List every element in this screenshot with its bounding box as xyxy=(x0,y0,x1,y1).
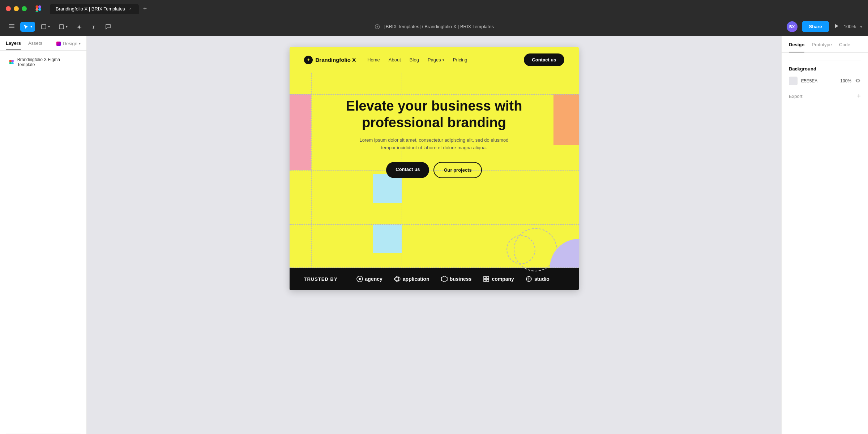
tab-title: Brandingfolio X | BRIX Templates xyxy=(56,6,125,12)
nav-about[interactable]: About xyxy=(389,57,401,63)
background-section-label: Background xyxy=(789,66,861,72)
menu-button[interactable] xyxy=(6,21,17,33)
tab-design[interactable]: Design xyxy=(789,42,804,52)
design-selector[interactable]: Design xyxy=(63,41,77,46)
tab-code[interactable]: Code xyxy=(839,42,850,52)
hero-contact-button[interactable]: Contact us xyxy=(386,162,429,178)
svg-point-20 xyxy=(394,277,400,281)
trusted-logo-company: company xyxy=(483,276,514,282)
figma-layer-icon xyxy=(9,59,14,65)
tab-layers[interactable]: Layers xyxy=(6,40,21,50)
design-caret: ▾ xyxy=(79,42,81,46)
svg-rect-15 xyxy=(12,60,14,62)
trusted-logo-studio: studio xyxy=(526,276,550,282)
svg-marker-22 xyxy=(441,276,447,282)
svg-rect-5 xyxy=(9,24,14,25)
fill-hex-value[interactable]: E5E5EA xyxy=(801,78,837,83)
hero-projects-button[interactable]: Our projects xyxy=(433,162,482,178)
export-add-button[interactable]: + xyxy=(857,93,861,100)
grid-bottom-h1 xyxy=(290,224,579,225)
svg-rect-6 xyxy=(9,26,14,26)
active-tab[interactable]: Brandingfolio X | BRIX Templates × xyxy=(50,4,139,14)
hero-subtitle: Lorem ipsum dolor sit amet, consectetur … xyxy=(355,137,514,152)
breadcrumb-text: [BRIX Templates] / Brandingfolio X | BRI… xyxy=(384,24,494,29)
toolbar: ▾ ▾ ▾ T [BRIX Templates] / Brandingfolio… xyxy=(0,17,868,36)
hero-buttons: Contact us Our projects xyxy=(333,162,535,178)
nav-pages[interactable]: Pages ▾ xyxy=(428,57,444,63)
fill-row: E5E5EA 100% xyxy=(789,77,861,85)
trusted-label: TRUSTED BY xyxy=(304,276,338,282)
export-row: Export + xyxy=(789,93,861,100)
toolbar-breadcrumb: [BRIX Templates] / Brandingfolio X | BRI… xyxy=(374,23,494,30)
maximize-traffic-light[interactable] xyxy=(22,6,27,11)
visibility-toggle-icon[interactable] xyxy=(855,78,861,85)
user-avatar: BX xyxy=(787,21,798,32)
logo-text: Brandingfolio X xyxy=(316,57,356,63)
layer-item[interactable]: Brandingfolio X Figma Template xyxy=(6,55,81,69)
trusted-logo-agency: agency xyxy=(356,276,382,282)
main-layout: Layers Assets Design ▾ Brandingfolio X F… xyxy=(0,36,868,434)
svg-rect-26 xyxy=(487,279,489,282)
figma-design-frame: ✦ Brandingfolio X Home About Blog Pages … xyxy=(290,47,579,290)
pen-tool-button[interactable] xyxy=(73,22,85,32)
svg-rect-2 xyxy=(36,11,39,12)
svg-rect-7 xyxy=(9,27,14,28)
hero-bottom xyxy=(290,224,579,268)
deco-blue-bottom xyxy=(373,224,402,253)
shape-tool-button[interactable]: ▾ xyxy=(56,22,70,32)
new-tab-button[interactable]: + xyxy=(140,4,150,14)
site-nav: ✦ Brandingfolio X Home About Blog Pages … xyxy=(290,47,579,73)
business-logo-icon xyxy=(441,276,448,282)
svg-rect-25 xyxy=(484,279,486,282)
studio-logo-icon xyxy=(526,276,532,282)
comment-tool-button[interactable] xyxy=(102,22,114,32)
trusted-logo-application: application xyxy=(394,276,429,282)
tab-area: Brandingfolio X | BRIX Templates × + xyxy=(50,4,150,14)
zoom-level[interactable]: 100% xyxy=(844,24,856,29)
export-label: Export xyxy=(789,94,803,99)
svg-marker-13 xyxy=(835,24,838,28)
nav-cta-button[interactable]: Contact us xyxy=(524,53,564,66)
trusted-logo-business: business xyxy=(441,276,472,282)
nav-blog[interactable]: Blog xyxy=(410,57,419,63)
close-traffic-light[interactable] xyxy=(6,6,11,11)
right-panel: Design Prototype Code Background E5E5EA … xyxy=(781,36,868,434)
color-swatch[interactable] xyxy=(789,77,798,85)
site-logo: ✦ Brandingfolio X xyxy=(304,56,356,64)
minimize-traffic-light[interactable] xyxy=(14,6,19,11)
toolbar-right: BX Share 100% ▾ xyxy=(787,21,862,32)
right-panel-content: Background E5E5EA 100% Export + xyxy=(782,53,868,107)
tab-assets[interactable]: Assets xyxy=(28,40,42,50)
toolbar-left: ▾ ▾ ▾ T xyxy=(6,21,114,33)
play-button[interactable] xyxy=(834,23,839,30)
nav-pricing[interactable]: Pricing xyxy=(453,57,467,63)
hero-section: Elevate your business with professional … xyxy=(290,73,579,224)
tab-prototype[interactable]: Prototype xyxy=(812,42,832,52)
select-tool-button[interactable]: ▾ xyxy=(20,22,35,32)
traffic-lights xyxy=(6,6,27,11)
frame-tool-button[interactable]: ▾ xyxy=(38,22,53,32)
tab-close-button[interactable]: × xyxy=(128,6,133,11)
svg-text:T: T xyxy=(92,24,95,30)
canvas-area[interactable]: ✦ Brandingfolio X Home About Blog Pages … xyxy=(87,36,781,434)
svg-rect-3 xyxy=(38,5,41,8)
right-panel-divider xyxy=(789,60,861,60)
figma-logo-icon xyxy=(34,4,43,13)
svg-rect-14 xyxy=(9,60,12,62)
svg-point-19 xyxy=(359,278,361,280)
share-button[interactable]: Share xyxy=(802,21,829,32)
nav-home[interactable]: Home xyxy=(367,57,380,63)
left-panel-tabs: Layers Assets Design ▾ xyxy=(0,36,86,51)
panel-content: Brandingfolio X Figma Template xyxy=(0,51,86,434)
right-panel-tabs: Design Prototype Code xyxy=(782,36,868,53)
nav-links: Home About Blog Pages ▾ Pricing xyxy=(367,57,524,63)
logo-icon: ✦ xyxy=(304,56,313,64)
left-panel: Layers Assets Design ▾ Brandingfolio X F… xyxy=(0,36,87,434)
svg-point-12 xyxy=(376,26,378,27)
agency-logo-icon xyxy=(356,276,363,282)
hero-title: Elevate your business with professional … xyxy=(333,98,535,131)
svg-rect-23 xyxy=(484,276,486,279)
grid-bottom-h2 xyxy=(290,267,579,268)
text-tool-button[interactable]: T xyxy=(88,22,99,32)
svg-rect-9 xyxy=(59,25,64,29)
